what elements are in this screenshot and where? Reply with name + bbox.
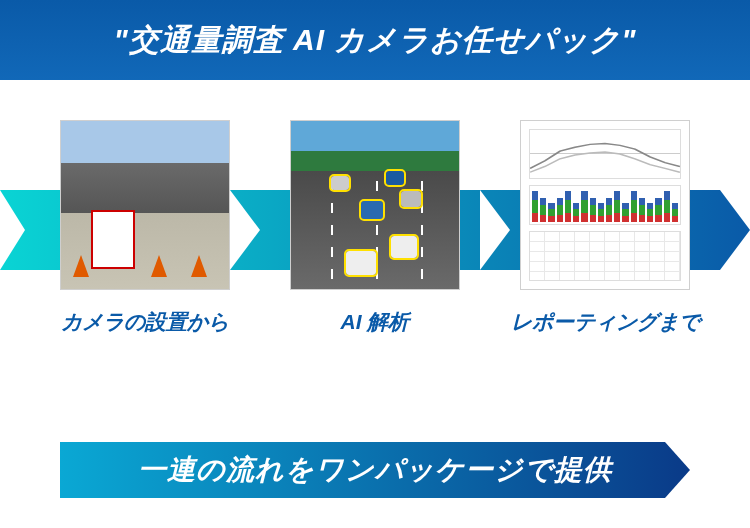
page-title: "交通量調査 AI カメラお任せパック" [113,20,636,61]
report-dashboard-photo [520,120,690,290]
step-label: AI 解析 [341,308,410,336]
tagline-text: 一連の流れをワンパッケージで提供 [138,451,612,489]
step-label: レポーティングまで [511,308,700,336]
step-reporting: レポーティングまで [505,120,705,336]
step-camera-install: カメラの設置から [45,120,245,336]
ai-analysis-photo [290,120,460,290]
step-label: カメラの設置から [61,308,229,336]
process-flow: カメラの設置から AI 解析 [0,120,750,420]
title-bar: "交通量調査 AI カメラお任せパック" [0,0,750,80]
steps-row: カメラの設置から AI 解析 [0,120,750,336]
step-ai-analysis: AI 解析 [275,120,475,336]
tagline-bar: 一連の流れをワンパッケージで提供 [60,442,690,498]
camera-install-photo [60,120,230,290]
